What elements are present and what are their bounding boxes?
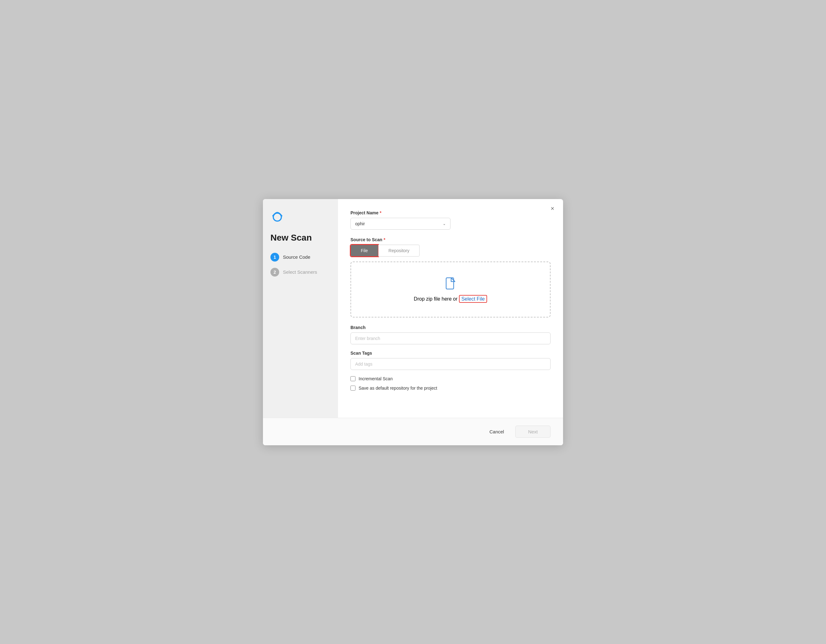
tab-repository[interactable]: Repository (378, 245, 420, 257)
required-star-project: * (380, 210, 381, 215)
project-name-value: ophir (355, 221, 365, 226)
select-file-link[interactable]: Select File (459, 295, 488, 303)
project-name-select[interactable]: ophir ⌄ (351, 218, 450, 230)
step-label-2: Select Scanners (283, 269, 317, 275)
branch-input[interactable] (351, 333, 551, 344)
logo-icon (270, 209, 284, 223)
close-button[interactable]: × (548, 204, 557, 213)
incremental-scan-label: Incremental Scan (359, 376, 393, 381)
incremental-scan-row: Incremental Scan (351, 376, 551, 381)
scan-tags-label: Scan Tags (351, 351, 551, 356)
main-content: Project Name * ophir ⌄ Source to Scan * … (338, 199, 563, 418)
next-button[interactable]: Next (515, 426, 551, 438)
source-label: Source to Scan * (351, 237, 551, 242)
default-repo-row: Save as default repository for the proje… (351, 385, 551, 390)
step-item-1[interactable]: 1 Source Code (270, 253, 331, 262)
step-circle-2: 2 (270, 268, 279, 277)
scan-tags-input[interactable] (351, 358, 551, 370)
step-circle-1: 1 (270, 253, 279, 262)
project-name-label: Project Name * (351, 210, 551, 215)
logo-area (270, 209, 331, 223)
drop-zone[interactable]: Drop zip file here or Select File (351, 262, 551, 317)
required-star-source: * (384, 237, 385, 242)
drop-zone-text: Drop zip file here or Select File (414, 296, 488, 302)
incremental-scan-checkbox[interactable] (351, 376, 356, 381)
form-section: Project Name * ophir ⌄ Source to Scan * … (351, 210, 551, 418)
cancel-button[interactable]: Cancel (483, 426, 510, 437)
default-repo-checkbox[interactable] (351, 385, 356, 390)
sidebar-title: New Scan (270, 233, 331, 243)
modal: × New Scan 1 Source Code (263, 199, 563, 445)
branch-label: Branch (351, 325, 551, 330)
modal-body: New Scan 1 Source Code 2 Select Scanners (263, 199, 563, 418)
file-icon (446, 277, 455, 293)
chevron-down-icon: ⌄ (443, 221, 446, 226)
source-tabs: File Repository (351, 245, 551, 257)
steps-list: 1 Source Code 2 Select Scanners (270, 253, 331, 277)
default-repo-label: Save as default repository for the proje… (359, 385, 437, 390)
step-label-1: Source Code (283, 254, 311, 260)
step-item-2[interactable]: 2 Select Scanners (270, 268, 331, 277)
sidebar: New Scan 1 Source Code 2 Select Scanners (263, 199, 338, 418)
modal-footer: Cancel Next (263, 418, 563, 445)
tab-file[interactable]: File (351, 245, 378, 257)
